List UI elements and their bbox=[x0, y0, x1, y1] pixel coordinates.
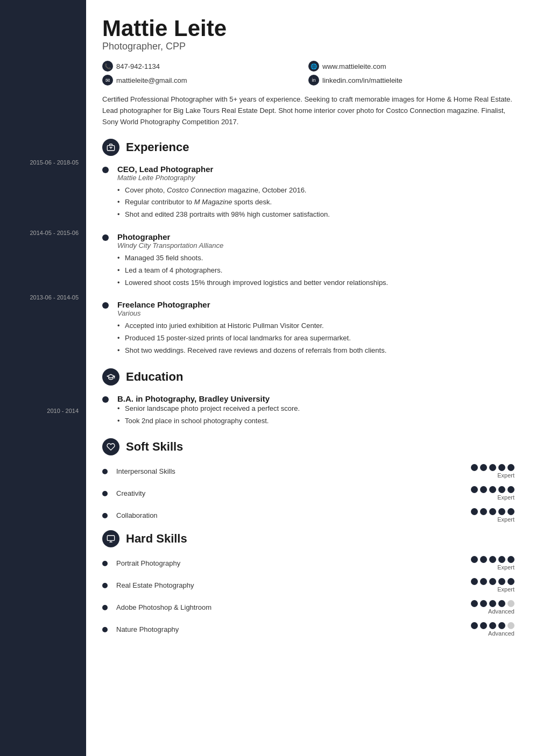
hard-skill-dot-3 bbox=[102, 605, 108, 610]
email-icon: ✉ bbox=[102, 75, 113, 85]
header-section: Mattie Leite Photographer, CPP 📞 847-942… bbox=[102, 16, 514, 128]
hard-skill-dots-1 bbox=[471, 556, 514, 563]
dot-empty bbox=[507, 600, 514, 607]
exp-content-1: CEO, Lead Photographer Mattie Leite Phot… bbox=[117, 165, 514, 222]
date-exp-3: 2013-06 - 2014-05 bbox=[0, 294, 86, 302]
hard-skill-level-2: Expert bbox=[497, 586, 514, 593]
resume-container: 2015-06 - 2018-05 2014-05 - 2015-06 2013… bbox=[0, 0, 536, 756]
dot bbox=[471, 486, 478, 493]
exp-title-2: Photographer bbox=[117, 232, 514, 241]
exp-bullet-1-1: Cover photo, Costco Connection magazine,… bbox=[117, 185, 514, 196]
hard-skill-name-1: Portrait Photography bbox=[116, 559, 471, 567]
contact-row-2: ✉ mattieleite@gmail.com in linkedin.com/… bbox=[102, 75, 514, 85]
dot bbox=[498, 622, 505, 629]
edu-bullets-1: Senior landscape photo project received … bbox=[117, 403, 514, 427]
soft-skill-rating-1: Expert bbox=[471, 464, 514, 479]
sidebar: 2015-06 - 2018-05 2014-05 - 2015-06 2013… bbox=[0, 0, 86, 756]
phone-icon: 📞 bbox=[102, 61, 113, 72]
hard-skill-name-3: Adobe Photoshop & Lightroom bbox=[116, 603, 471, 611]
education-section: Education B.A. in Photography, Bradley U… bbox=[102, 368, 514, 428]
soft-skill-level-2: Expert bbox=[497, 494, 514, 501]
soft-skills-icon bbox=[102, 438, 119, 455]
dot bbox=[471, 464, 478, 471]
dot bbox=[480, 464, 487, 471]
dot bbox=[480, 600, 487, 607]
education-title: Education bbox=[126, 370, 183, 384]
dot bbox=[489, 600, 496, 607]
dot bbox=[498, 578, 505, 585]
exp-item-1: CEO, Lead Photographer Mattie Leite Phot… bbox=[102, 165, 514, 222]
dot bbox=[507, 508, 514, 515]
dot bbox=[489, 508, 496, 515]
exp-title-1: CEO, Lead Photographer bbox=[117, 165, 514, 174]
experience-icon bbox=[102, 139, 119, 156]
soft-skill-level-3: Expert bbox=[497, 516, 514, 523]
edu-degree-1: B.A. in Photography, Bradley University bbox=[117, 394, 514, 403]
soft-skill-rating-2: Expert bbox=[471, 486, 514, 501]
soft-skill-level-1: Expert bbox=[497, 472, 514, 479]
hard-skill-dots-3 bbox=[471, 600, 514, 607]
exp-title-3: Freelance Photographer bbox=[117, 300, 514, 309]
email-text: mattieleite@gmail.com bbox=[116, 76, 187, 84]
exp-bullet-3-2: Produced 15 poster-sized prints of local… bbox=[117, 333, 514, 344]
hard-skills-icon bbox=[102, 530, 119, 547]
edu-item-1: B.A. in Photography, Bradley University … bbox=[102, 394, 514, 428]
dot bbox=[498, 556, 505, 563]
soft-skill-2: Creativity Expert bbox=[102, 486, 514, 501]
experience-header: Experience bbox=[102, 139, 514, 156]
hard-skill-rating-4: Advanced bbox=[471, 622, 514, 637]
email-item: ✉ mattieleite@gmail.com bbox=[102, 75, 308, 85]
soft-skill-dots-1 bbox=[471, 464, 514, 471]
linkedin-item: in linkedin.com/in/mattieleite bbox=[308, 75, 514, 85]
dot bbox=[507, 464, 514, 471]
exp-item-2: Photographer Windy City Transportation A… bbox=[102, 232, 514, 289]
hard-skill-rating-1: Expert bbox=[471, 556, 514, 570]
exp-bullet-1-2: Regular contributor to M Magazine sports… bbox=[117, 197, 514, 208]
dot bbox=[489, 578, 496, 585]
exp-bullet-2-2: Led a team of 4 photographers. bbox=[117, 265, 514, 276]
exp-company-2: Windy City Transportation Alliance bbox=[117, 241, 514, 249]
svg-rect-3 bbox=[107, 536, 114, 540]
exp-bullet-3-1: Accepted into juried exhibition at Histo… bbox=[117, 320, 514, 332]
soft-skills-title: Soft Skills bbox=[126, 440, 183, 454]
exp-bullets-1: Cover photo, Costco Connection magazine,… bbox=[117, 185, 514, 220]
hard-skill-dot-1 bbox=[102, 561, 108, 566]
main-content: Mattie Leite Photographer, CPP 📞 847-942… bbox=[86, 0, 536, 756]
edu-bullet-1-2: Took 2nd place in school photography con… bbox=[117, 416, 514, 427]
summary-text: Certified Professional Photographer with… bbox=[102, 94, 514, 127]
experience-section: Experience CEO, Lead Photographer Mattie… bbox=[102, 139, 514, 358]
dot bbox=[471, 578, 478, 585]
education-header: Education bbox=[102, 368, 514, 386]
exp-bullet-1-3: Shot and edited 238 portraits with 98% h… bbox=[117, 209, 514, 220]
contact-row-1: 📞 847-942-1134 🌐 www.mattieleite.com bbox=[102, 61, 514, 72]
soft-skill-rating-3: Expert bbox=[471, 508, 514, 523]
date-exp-1: 2015-06 - 2018-05 bbox=[0, 159, 86, 167]
hard-skill-4: Nature Photography Advanced bbox=[102, 622, 514, 637]
soft-skill-3: Collaboration Expert bbox=[102, 508, 514, 523]
hard-skill-3: Adobe Photoshop & Lightroom Advanced bbox=[102, 600, 514, 615]
soft-skill-dot-1 bbox=[102, 469, 108, 474]
dot bbox=[507, 486, 514, 493]
soft-skills-header: Soft Skills bbox=[102, 438, 514, 455]
dot bbox=[471, 622, 478, 629]
hard-skills-title: Hard Skills bbox=[126, 532, 187, 546]
hard-skill-level-3: Advanced bbox=[488, 608, 514, 615]
dot bbox=[480, 556, 487, 563]
linkedin-icon: in bbox=[308, 75, 319, 85]
dot-empty bbox=[507, 622, 514, 629]
dot bbox=[480, 622, 487, 629]
candidate-title: Photographer, CPP bbox=[102, 41, 514, 52]
linkedin-text: linkedin.com/in/mattieleite bbox=[322, 76, 403, 84]
hard-skills-header: Hard Skills bbox=[102, 530, 514, 547]
hard-skill-rating-3: Advanced bbox=[471, 600, 514, 615]
dot bbox=[498, 508, 505, 515]
dot bbox=[489, 622, 496, 629]
exp-company-3: Various bbox=[117, 309, 514, 317]
dot bbox=[507, 556, 514, 563]
soft-skill-name-1: Interpersonal Skills bbox=[116, 467, 471, 475]
hard-skill-dot-2 bbox=[102, 583, 108, 588]
exp-dot-1 bbox=[102, 167, 109, 173]
hard-skill-rating-2: Expert bbox=[471, 578, 514, 593]
dot bbox=[489, 486, 496, 493]
soft-skill-dots-3 bbox=[471, 508, 514, 515]
